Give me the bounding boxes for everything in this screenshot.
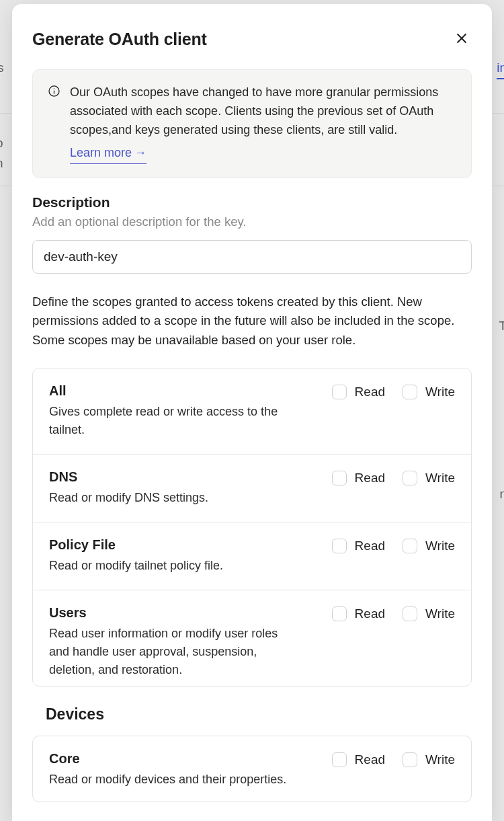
devices-section-heading: Devices — [46, 705, 472, 724]
scopes-intro: Define the scopes granted to access toke… — [32, 292, 472, 350]
info-banner: Our OAuth scopes have changed to have mo… — [32, 69, 472, 178]
scope-row-users: Users Read user information or modify us… — [33, 590, 471, 687]
checkbox[interactable] — [332, 471, 347, 485]
bg-text: s — [0, 61, 4, 75]
checkbox[interactable] — [332, 385, 347, 399]
scope-desc: Read user information or modify user rol… — [49, 625, 291, 679]
scope-row-policy: Policy File Read or modify tailnet polic… — [33, 522, 471, 590]
scope-list: All Gives complete read or write access … — [32, 368, 472, 687]
scope-core-write[interactable]: Write — [403, 752, 455, 767]
scope-title: Policy File — [49, 537, 319, 553]
scope-all-write[interactable]: Write — [403, 385, 455, 399]
scope-title: DNS — [49, 469, 319, 485]
checkbox[interactable] — [403, 752, 417, 767]
write-label: Write — [425, 539, 455, 553]
description-section: Description Add an optional description … — [32, 194, 472, 292]
learn-more-label: Learn more — [70, 144, 132, 163]
write-label: Write — [425, 752, 455, 767]
description-hint: Add an optional description for the key. — [32, 214, 472, 229]
scope-users-read[interactable]: Read — [332, 607, 385, 621]
read-label: Read — [355, 539, 385, 553]
scope-desc: Read or modify DNS settings. — [49, 489, 291, 507]
learn-more-link[interactable]: Learn more → — [70, 144, 146, 164]
description-input[interactable] — [32, 240, 472, 274]
scope-dns-write[interactable]: Write — [403, 471, 455, 485]
info-message: Our OAuth scopes have changed to have mo… — [70, 83, 456, 164]
checkbox[interactable] — [332, 752, 347, 767]
scope-title: Core — [49, 751, 319, 767]
close-button[interactable] — [452, 28, 472, 50]
read-label: Read — [355, 471, 385, 485]
bg-text: in — [497, 61, 504, 79]
arrow-right-icon: → — [134, 144, 146, 163]
write-label: Write — [425, 471, 455, 485]
scope-row-dns: DNS Read or modify DNS settings. Read Wr… — [33, 455, 471, 522]
modal-header: Generate OAuth client — [32, 28, 472, 50]
info-text: Our OAuth scopes have changed to have mo… — [70, 85, 438, 136]
scope-desc: Read or modify tailnet policy file. — [49, 557, 291, 575]
bg-text: o — [0, 136, 3, 151]
scope-row-all: All Gives complete read or write access … — [33, 368, 471, 455]
bg-text: T — [499, 319, 504, 334]
read-label: Read — [355, 385, 385, 399]
modal-title: Generate OAuth client — [32, 30, 207, 49]
checkbox[interactable] — [332, 607, 347, 621]
scope-users-write[interactable]: Write — [403, 607, 455, 621]
scope-policy-write[interactable]: Write — [403, 539, 455, 553]
scope-policy-read[interactable]: Read — [332, 539, 385, 553]
svg-point-2 — [54, 88, 54, 89]
checkbox[interactable] — [403, 607, 417, 621]
write-label: Write — [425, 385, 455, 399]
checkbox[interactable] — [332, 539, 347, 553]
scope-title: All — [49, 383, 319, 399]
scope-desc: Read or modify devices and their propert… — [49, 771, 291, 789]
devices-scope-list: Core Read or modify devices and their pr… — [32, 736, 472, 803]
oauth-client-modal: Generate OAuth client Our OAuth scopes h… — [12, 4, 492, 821]
checkbox[interactable] — [403, 539, 417, 553]
read-label: Read — [355, 607, 385, 621]
checkbox[interactable] — [403, 471, 417, 485]
scope-core-read[interactable]: Read — [332, 752, 385, 767]
scope-title: Users — [49, 605, 319, 621]
description-label: Description — [32, 194, 472, 210]
scope-row-core: Core Read or modify devices and their pr… — [33, 736, 471, 803]
read-label: Read — [355, 752, 385, 767]
scope-dns-read[interactable]: Read — [332, 471, 385, 485]
checkbox[interactable] — [403, 385, 417, 399]
scope-desc: Gives complete read or write access to t… — [49, 403, 291, 439]
bg-text: n — [0, 156, 3, 171]
bg-text: n — [499, 487, 504, 502]
close-icon — [454, 31, 469, 48]
scope-all-read[interactable]: Read — [332, 385, 385, 399]
info-icon — [48, 85, 60, 164]
write-label: Write — [425, 607, 455, 621]
